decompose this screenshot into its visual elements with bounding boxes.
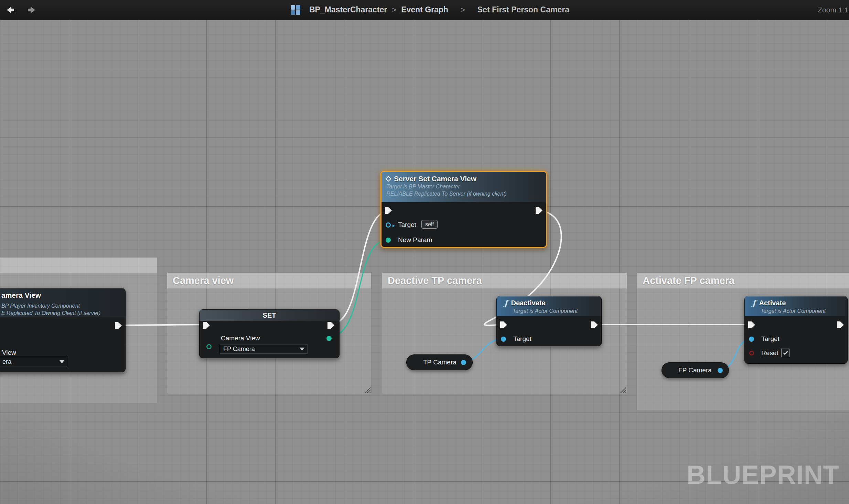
target-pin[interactable]: [501, 337, 506, 342]
exec-out-pin[interactable]: [327, 322, 334, 329]
event-graph-canvas[interactable]: [0, 0, 849, 504]
forward-button[interactable]: [26, 4, 37, 15]
pin-label: Reset: [761, 349, 778, 357]
exec-out-pin[interactable]: [536, 207, 542, 214]
variable-label: FP Camera: [678, 366, 712, 374]
pin-label: Target: [761, 335, 780, 343]
node-subtitle: RELIABLE Replicated To Server (if owning…: [386, 190, 541, 197]
back-button[interactable]: [5, 4, 16, 15]
comment-title: Activate FP camera: [643, 275, 734, 286]
exec-in-pin[interactable]: [500, 321, 507, 328]
blueprint-class-icon: [291, 5, 300, 15]
dropdown-arrow-icon: [60, 360, 64, 363]
zoom-level: Zoom 1:1: [818, 6, 848, 14]
breadcrumb-root[interactable]: BP_MasterCharacter: [309, 5, 387, 14]
pin-label: New Param: [398, 236, 432, 244]
node-title: Deactivate: [511, 299, 545, 307]
node-deactivate[interactable]: ƒ Deactivate Target is Actor Component T…: [496, 296, 602, 346]
target-pin[interactable]: [386, 222, 391, 228]
breadcrumb: BP_MasterCharacter > Event Graph > Set F…: [291, 0, 569, 20]
comment-title-bar[interactable]: Deactive TP camera: [382, 273, 627, 288]
node-header: ƒ Deactivate Target is Actor Component: [497, 296, 601, 316]
target-pin[interactable]: [749, 337, 754, 342]
node-server-set-camera-view[interactable]: Server Set Camera View Target is BP Mast…: [380, 171, 547, 248]
comment-title-bar[interactable]: Camera view: [167, 273, 371, 288]
variable-node-tp-camera[interactable]: TP Camera: [406, 354, 473, 370]
node-subtitle: Target is Actor Component: [761, 307, 843, 315]
dropdown-value: FP Camera: [220, 346, 255, 353]
pin-label: View: [2, 349, 16, 357]
node-header: Server Set Camera View Target is BP Mast…: [381, 172, 546, 202]
blueprint-editor: { "topbar": { "breadcrumb_root": "BP_Mas…: [0, 0, 849, 504]
node-activate[interactable]: ƒ Activate Target is Actor Component Tar…: [744, 296, 848, 364]
back-arrow-icon: [7, 7, 14, 13]
pin-label: Camera View: [221, 335, 260, 342]
node-set-camera-view-partial[interactable]: amera View BP Player Inventory Component…: [0, 288, 126, 372]
node-header: amera View BP Player Inventory Component…: [0, 288, 125, 317]
reset-checkbox[interactable]: [781, 349, 790, 357]
node-title: Server Set Camera View: [394, 175, 476, 183]
comment-title: Camera view: [173, 275, 234, 286]
breadcrumb-event-graph[interactable]: Event Graph: [401, 5, 448, 14]
variable-node-fp-camera[interactable]: FP Camera: [662, 362, 729, 378]
exec-out-pin[interactable]: [837, 321, 844, 328]
camera-view-dropdown[interactable]: era: [0, 357, 68, 367]
comment-resize-handle[interactable]: [364, 387, 370, 393]
node-subtitle: Target is Actor Component: [513, 307, 597, 315]
variable-label: TP Camera: [423, 359, 456, 366]
self-default-chip[interactable]: self: [421, 220, 438, 229]
exec-out-pin[interactable]: [115, 322, 122, 329]
reset-pin[interactable]: [749, 351, 754, 355]
exec-in-pin[interactable]: [203, 322, 210, 329]
breadcrumb-current: Set First Person Camera: [477, 5, 569, 14]
new-param-pin[interactable]: [386, 238, 391, 243]
node-set-camera-view-setter[interactable]: SET Camera View FP Camera: [199, 309, 340, 358]
breadcrumb-separator: >: [461, 6, 465, 14]
camera-view-out-pin[interactable]: [326, 336, 332, 341]
dropdown-value: era: [0, 358, 11, 365]
camera-view-in-pin[interactable]: [206, 344, 212, 349]
breadcrumb-bar: BP_MasterCharacter > Event Graph > Set F…: [0, 0, 849, 20]
check-icon: [783, 350, 788, 355]
blueprint-watermark: BLUEPRINT: [687, 460, 839, 490]
comment-title-bar[interactable]: Activate FP camera: [637, 273, 849, 288]
comment-title-bar[interactable]: [0, 258, 157, 273]
forward-arrow-icon: [28, 7, 35, 13]
variable-out-pin[interactable]: [461, 360, 466, 365]
comment-resize-handle[interactable]: [620, 387, 626, 393]
comment-title: Deactive TP camera: [388, 275, 482, 286]
exec-in-pin[interactable]: [748, 321, 755, 328]
camera-view-value-dropdown[interactable]: FP Camera: [219, 344, 308, 354]
variable-out-pin[interactable]: [718, 368, 723, 373]
function-icon: ƒ: [752, 298, 755, 307]
custom-event-icon: [386, 176, 391, 182]
node-title: SET: [263, 311, 276, 319]
node-header: SET: [200, 310, 339, 321]
exec-out-pin[interactable]: [591, 321, 598, 328]
function-icon: ƒ: [504, 298, 507, 307]
dropdown-arrow-icon: [300, 348, 304, 351]
node-header: ƒ Activate Target is Actor Component: [745, 296, 847, 316]
exec-in-pin[interactable]: [385, 207, 392, 214]
node-subtitle: Target is BP Master Character: [386, 183, 541, 190]
node-title: amera View: [1, 291, 41, 299]
node-subtitle: BP Player Inventory Component: [1, 302, 80, 309]
node-title: Activate: [759, 299, 786, 307]
node-subtitle: E Replicated To Owning Client (if server…: [1, 309, 100, 317]
breadcrumb-separator: >: [392, 6, 396, 14]
pin-label: Target: [513, 335, 531, 343]
pin-label: Target: [398, 221, 416, 229]
